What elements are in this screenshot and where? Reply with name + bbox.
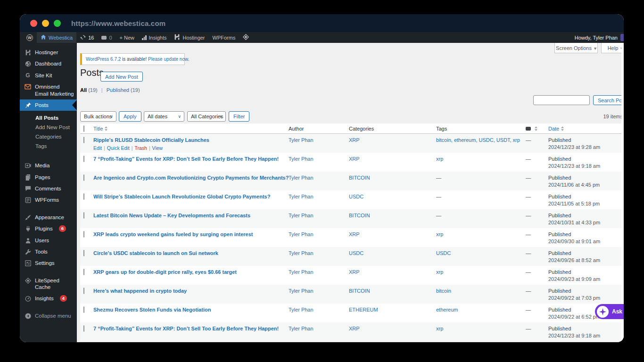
scrollbar[interactable] — [621, 43, 624, 342]
view-action-link[interactable]: View — [152, 145, 163, 151]
tags-link[interactable]: ethereum — [436, 307, 458, 313]
adminbar-wpforms[interactable]: WPForms — [209, 32, 239, 43]
submenu-item-add-new-post[interactable]: Add New Post — [20, 123, 77, 132]
view-published-link[interactable]: Published — [107, 87, 129, 93]
sidebar-item-posts[interactable]: Posts — [20, 99, 77, 111]
adminbar-comments[interactable]: 0 — [98, 32, 116, 43]
post-title-link[interactable]: 7 “Profit-Taking” Events for XRP: Don’t … — [93, 326, 279, 331]
adminbar-site-name[interactable]: Webestica — [37, 32, 76, 43]
category-link[interactable]: BITCOIN — [349, 213, 370, 218]
row-checkbox[interactable] — [83, 306, 84, 313]
row-checkbox[interactable] — [83, 212, 84, 219]
add-new-post-button[interactable]: Add New Post — [100, 72, 143, 82]
category-link[interactable]: XRP — [349, 326, 360, 331]
tags-link[interactable]: bitcoin, ethereum, USDC, USDT, xrp — [436, 137, 520, 143]
row-checkbox[interactable] — [83, 231, 84, 238]
category-link[interactable]: BITCOIN — [349, 288, 370, 294]
category-link[interactable]: USDC — [349, 250, 363, 256]
author-link[interactable]: Tyler Phan — [289, 307, 314, 313]
author-link[interactable]: Tyler Phan — [289, 231, 314, 237]
sidebar-item-hostinger[interactable]: Hostinger — [20, 47, 77, 58]
sidebar-item-insights[interactable]: Insights4 — [20, 293, 77, 304]
sidebar-item-appearance[interactable]: Appearance — [20, 212, 77, 223]
author-link[interactable]: Tyler Phan — [289, 213, 314, 218]
ask-ai-button[interactable]: Ask AI — [595, 304, 624, 319]
post-title-link[interactable]: Ripple’s RLUSD Stablecoin Officially Lau… — [93, 137, 209, 143]
bulk-actions-select[interactable]: Bulk actions — [80, 111, 116, 122]
row-checkbox[interactable] — [83, 288, 84, 294]
sidebar-item-media[interactable]: Media — [20, 160, 77, 171]
category-link[interactable]: XRP — [349, 156, 360, 162]
category-link[interactable]: XRP — [349, 137, 360, 143]
quick-edit-action-link[interactable]: Quick Edit — [107, 145, 130, 151]
post-title-link[interactable]: Here’s what happened in crypto today — [93, 288, 187, 294]
window-minimize-button[interactable] — [42, 20, 49, 27]
sidebar-item-collapse-menu[interactable]: Collapse menu — [20, 310, 77, 321]
help-tab[interactable]: Help — [601, 43, 624, 53]
sidebar-item-pages[interactable]: Pages — [20, 172, 77, 183]
author-link[interactable]: Tyler Phan — [289, 288, 314, 294]
tags-link[interactable]: bitcoin — [436, 288, 451, 294]
screen-options-tab[interactable]: Screen Options — [554, 43, 598, 53]
post-title-link[interactable]: Shezmu Recovers Stolen Funds via Negotia… — [93, 307, 211, 313]
post-title-link[interactable]: Circle’s USDC stablecoin to launch on Su… — [93, 250, 218, 256]
row-checkbox[interactable] — [83, 269, 84, 275]
select-all-checkbox[interactable] — [83, 125, 84, 132]
sidebar-item-settings[interactable]: Settings — [20, 257, 77, 269]
sidebar-item-plugins[interactable]: Plugins6 — [20, 223, 77, 234]
post-title-link[interactable]: XRP leads crypto weekend gains fueled by… — [93, 231, 253, 237]
edit-action-link[interactable]: Edit — [93, 145, 102, 151]
tags-link[interactable]: USDC — [436, 250, 451, 256]
row-checkbox[interactable] — [83, 156, 84, 162]
post-title-link[interactable]: Latest Bitcoin News Update – Key Develop… — [93, 213, 250, 218]
sidebar-item-tools[interactable]: Tools — [20, 246, 77, 257]
author-link[interactable]: Tyler Phan — [289, 137, 314, 143]
adminbar-new[interactable]: + New — [116, 32, 139, 43]
row-checkbox[interactable] — [83, 193, 84, 200]
submenu-item-all-posts[interactable]: All Posts — [20, 113, 77, 123]
sidebar-item-dashboard[interactable]: Dashboard — [20, 58, 77, 69]
submenu-item-tags[interactable]: Tags — [20, 141, 77, 151]
avatar[interactable] — [620, 34, 624, 41]
author-link[interactable]: Tyler Phan — [289, 175, 314, 181]
sidebar-item-omnisend-email-marketing[interactable]: Omnisend Email Marketing — [20, 81, 77, 99]
sidebar-item-litespeed-cache[interactable]: LiteSpeed Cache — [20, 275, 77, 293]
submenu-item-categories[interactable]: Categories — [20, 132, 77, 141]
sort-by-title[interactable]: Title — [93, 126, 107, 132]
tags-link[interactable]: xrp — [436, 326, 443, 331]
apply-button[interactable]: Apply — [119, 111, 141, 122]
sidebar-item-users[interactable]: Users — [20, 235, 77, 246]
search-posts-button[interactable]: Search Posts — [593, 95, 624, 105]
adminbar-updates[interactable]: 16 — [76, 32, 98, 43]
tags-link[interactable]: xrp — [436, 156, 443, 162]
row-checkbox[interactable] — [83, 174, 84, 181]
category-link[interactable]: XRP — [349, 231, 360, 237]
update-now-link[interactable]: Please update now — [148, 57, 188, 62]
trash-action-link[interactable]: Trash — [134, 145, 147, 151]
post-title-link[interactable]: Are Ingenico and Crypto.com Revolutioniz… — [93, 175, 289, 181]
tags-link[interactable]: xrp — [436, 231, 443, 237]
adminbar-hostinger[interactable]: Hostinger — [170, 32, 208, 43]
adminbar-insights[interactable]: Insights — [138, 32, 170, 43]
wp-logo-menu[interactable]: W — [23, 32, 37, 43]
category-link[interactable]: BITCOIN — [349, 175, 370, 181]
author-link[interactable]: Tyler Phan — [289, 269, 314, 275]
post-title-link[interactable]: 7 “Profit-Taking” Events for XRP: Don’t … — [93, 156, 279, 162]
category-link[interactable]: USDC — [349, 194, 363, 199]
howdy-account-menu[interactable]: Howdy, Tyler Phan — [575, 35, 618, 41]
sort-by-date[interactable]: Date — [548, 126, 564, 132]
filter-button[interactable]: Filter — [229, 111, 249, 122]
window-maximize-button[interactable] — [54, 20, 61, 27]
post-title-link[interactable]: Will Stripe’s Stablecoin Launch Revoluti… — [93, 194, 270, 199]
search-input[interactable] — [533, 95, 590, 105]
view-all-link[interactable]: All — [80, 87, 87, 93]
author-link[interactable]: Tyler Phan — [289, 250, 314, 256]
adminbar-litespeed[interactable] — [239, 32, 253, 43]
window-close-button[interactable] — [30, 20, 37, 27]
post-title-link[interactable]: XRP gears up for double-digit price rall… — [93, 269, 237, 275]
category-link[interactable]: ETHEREUM — [349, 307, 378, 313]
row-checkbox[interactable] — [83, 137, 84, 143]
sort-by-comments[interactable] — [526, 126, 548, 131]
category-link[interactable]: XRP — [349, 269, 360, 275]
author-link[interactable]: Tyler Phan — [289, 326, 314, 331]
